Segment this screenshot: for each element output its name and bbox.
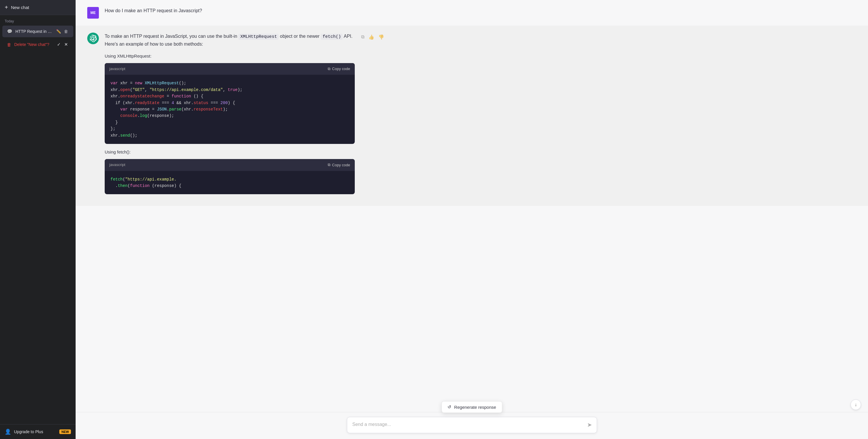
input-area: ↺ Regenerate response ➤ bbox=[75, 412, 868, 439]
assistant-message-row: To make an HTTP request in JavaScript, y… bbox=[75, 26, 868, 206]
inline-code-xhr: XMLHttpRequest bbox=[239, 34, 279, 40]
chat-messages: ME How do I make an HTTP request in Java… bbox=[75, 0, 868, 412]
sidebar: + New chat Today 💬 HTTP Request in JavaS… bbox=[0, 0, 75, 439]
new-chat-label: New chat bbox=[11, 5, 29, 10]
new-chat-button[interactable]: + New chat bbox=[0, 0, 75, 15]
xhr-copy-code-button[interactable]: ⧉ Copy code bbox=[328, 67, 350, 71]
delete-confirm-label: Delete "New chat"? bbox=[14, 42, 54, 47]
xhr-code-block: javascript ⧉ Copy code var xhr = new XML… bbox=[105, 63, 355, 144]
copy-label-2: Copy code bbox=[332, 163, 350, 167]
fetch-copy-code-button[interactable]: ⧉ Copy code bbox=[328, 162, 350, 167]
sidebar-bottom[interactable]: 👤 Upgrade to Plus NEW bbox=[0, 424, 75, 439]
fetch-code-pre: fetch("https://api.example. .then(functi… bbox=[105, 171, 355, 194]
xhr-section-label: Using XMLHttpRequest: bbox=[105, 53, 355, 60]
assistant-intro-text: To make an HTTP request in JavaScript, y… bbox=[105, 33, 355, 48]
inline-code-fetch: fetch() bbox=[321, 34, 343, 40]
regenerate-popup[interactable]: ↺ Regenerate response bbox=[441, 401, 502, 413]
thumbs-up-button[interactable]: 👍 bbox=[368, 34, 375, 40]
delete-chat-button[interactable]: 🗑 bbox=[63, 29, 69, 34]
xhr-code-section: Using XMLHttpRequest: javascript ⧉ Copy … bbox=[105, 53, 355, 144]
xhr-code-lang: javascript bbox=[109, 66, 125, 72]
xhr-code-pre: var xhr = new XMLHttpRequest(); xhr.open… bbox=[105, 75, 355, 144]
scroll-down-icon: ↓ bbox=[855, 402, 857, 407]
copy-message-button[interactable]: ⧉ bbox=[361, 34, 365, 40]
cancel-delete-button[interactable]: ✕ bbox=[64, 41, 69, 48]
xhr-code-header: javascript ⧉ Copy code bbox=[105, 63, 355, 75]
confirm-icons: ✓ ✕ bbox=[56, 41, 69, 48]
copy-icon-2: ⧉ bbox=[328, 162, 330, 167]
fetch-code-header: javascript ⧉ Copy code bbox=[105, 159, 355, 171]
chat-history-icon: 💬 bbox=[7, 29, 12, 34]
delete-confirm-icon: 🗑 bbox=[7, 42, 11, 47]
message-input[interactable] bbox=[347, 417, 597, 432]
chat-history-item[interactable]: 💬 HTTP Request in JavaS ✏️ 🗑 bbox=[2, 26, 73, 37]
fetch-code-section: Using fetch(): javascript ⧉ Copy code fe… bbox=[105, 149, 355, 194]
user-message-row: ME How do I make an HTTP request in Java… bbox=[75, 0, 868, 26]
thumbs-down-button[interactable]: 👎 bbox=[378, 34, 385, 40]
user-message-content: How do I make an HTTP request in Javascr… bbox=[105, 7, 355, 18]
send-icon: ➤ bbox=[587, 421, 592, 428]
fetch-section-label: Using fetch(): bbox=[105, 149, 355, 156]
chat-action-icons: ✏️ 🗑 bbox=[56, 29, 69, 34]
delete-confirm-row: 🗑 Delete "New chat"? ✓ ✕ bbox=[2, 38, 73, 51]
send-button[interactable]: ➤ bbox=[587, 421, 593, 429]
fetch-code-lang: javascript bbox=[109, 162, 125, 168]
copy-icon: ⧉ bbox=[328, 67, 330, 71]
chat-history-label: HTTP Request in JavaS bbox=[16, 29, 53, 34]
user-icon: 👤 bbox=[5, 429, 11, 435]
copy-label: Copy code bbox=[332, 67, 350, 71]
new-chat-plus-icon: + bbox=[5, 4, 8, 11]
main-content: ME How do I make an HTTP request in Java… bbox=[75, 0, 868, 439]
fetch-code-block: javascript ⧉ Copy code fetch("https://ap… bbox=[105, 159, 355, 194]
regenerate-label: Regenerate response bbox=[454, 405, 496, 410]
user-area: 👤 Upgrade to Plus bbox=[5, 429, 43, 435]
today-label: Today bbox=[0, 15, 75, 25]
confirm-delete-button[interactable]: ✓ bbox=[56, 41, 61, 48]
scroll-to-bottom-button[interactable]: ↓ bbox=[850, 400, 861, 410]
input-wrapper: ➤ bbox=[347, 417, 597, 433]
user-message-text: How do I make an HTTP request in Javascr… bbox=[105, 7, 355, 14]
regenerate-icon: ↺ bbox=[447, 404, 451, 410]
user-avatar: ME bbox=[87, 7, 99, 19]
edit-chat-button[interactable]: ✏️ bbox=[56, 29, 62, 34]
assistant-message-content: To make an HTTP request in JavaScript, y… bbox=[105, 33, 355, 199]
new-badge: NEW bbox=[59, 430, 71, 434]
assistant-message-actions: ⧉ 👍 👎 bbox=[361, 33, 385, 40]
upgrade-label: Upgrade to Plus bbox=[14, 430, 43, 434]
assistant-avatar bbox=[87, 33, 99, 44]
